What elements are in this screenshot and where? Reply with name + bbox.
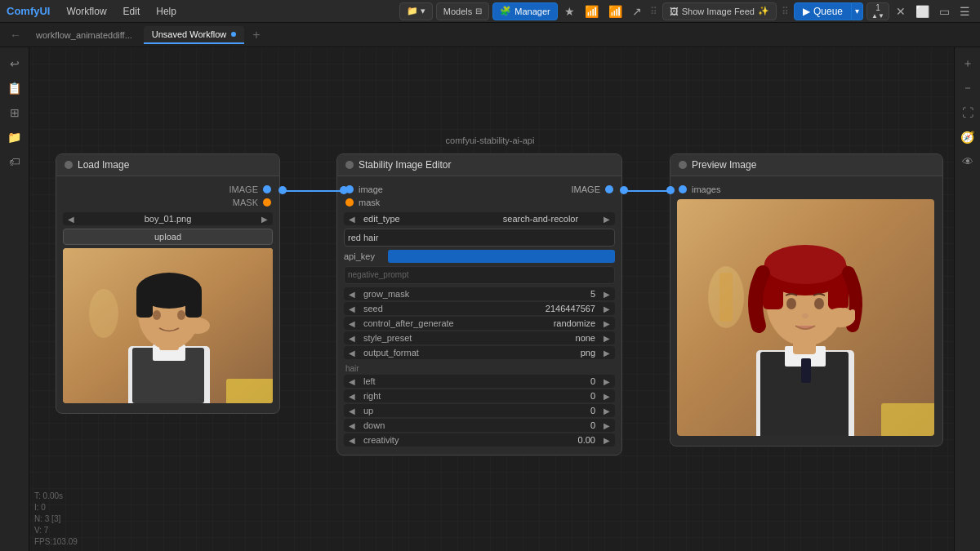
image-combo-prev[interactable]: ◀ (66, 215, 76, 224)
queue-button[interactable]: ▶ Queue (794, 2, 852, 20)
up-next[interactable]: ▶ (602, 407, 612, 415)
creativity-next[interactable]: ▶ (602, 436, 612, 445)
share-button[interactable]: ↗ (629, 3, 645, 20)
eye-icon[interactable]: 👁 (958, 152, 978, 171)
models-label: Models (443, 7, 472, 16)
sidebar-icon-clipboard[interactable]: 📋 (3, 77, 26, 100)
tab-bar: ← workflow_animateddiff... Unsaved Workf… (0, 23, 980, 47)
stability-header: Stability Image Editor (337, 154, 621, 176)
cag-next[interactable]: ▶ (602, 319, 612, 328)
left-value: 0 (550, 376, 599, 386)
sidebar-icon-tag[interactable]: 🏷 (3, 150, 26, 173)
up-prev[interactable]: ◀ (347, 407, 357, 415)
stab-output-port[interactable] (605, 185, 613, 193)
tab-add-button[interactable]: + (247, 26, 265, 44)
style-next[interactable]: ▶ (602, 334, 612, 343)
signal1-button[interactable]: 📶 (581, 3, 602, 20)
signal2-button[interactable]: 📶 (605, 3, 626, 20)
prompt-box[interactable]: red hair (344, 229, 615, 247)
sidebar-icon-history[interactable]: ↩ (3, 52, 26, 75)
canvas-area[interactable]: ↩ 📋 ⊞ 📁 🏷 comfyui-stability-ai-api Load … (0, 47, 980, 551)
grow-mask-prev[interactable]: ◀ (347, 290, 357, 299)
grow-mask-value: 5 (550, 289, 599, 299)
menu-edit[interactable]: Edit (117, 4, 147, 19)
connection-image-1 (283, 190, 346, 192)
image-combo-next[interactable]: ▶ (260, 215, 270, 224)
api-key-bar[interactable] (388, 250, 615, 263)
seed-prev[interactable]: ◀ (347, 304, 357, 313)
fit-screen-icon[interactable]: ⛶ (958, 103, 978, 122)
load-image-preview (63, 248, 273, 403)
seed-next[interactable]: ▶ (602, 304, 612, 313)
preview-output-image (677, 199, 934, 436)
right-label: right (360, 391, 546, 401)
minimize-window-button[interactable]: ▭ (936, 3, 953, 20)
conn-dot-preview-in (666, 186, 675, 194)
folder-button[interactable]: 📁 ▾ (399, 2, 433, 20)
control-after-generate-row: ◀ control_after_generate randomize ▶ (344, 317, 615, 330)
queue-label: Queue (813, 6, 843, 17)
tab-back-button[interactable]: ← (7, 27, 24, 43)
svg-rect-34 (850, 309, 855, 321)
tab-unsaved-workflow[interactable]: Unsaved Workflow (144, 26, 245, 44)
right-prev[interactable]: ◀ (347, 392, 357, 401)
edit-type-value: search-and-recolor (483, 214, 599, 224)
down-value: 0 (550, 420, 599, 430)
edit-type-prev[interactable]: ◀ (347, 215, 357, 224)
down-next[interactable]: ▶ (602, 421, 612, 430)
preview-dot (679, 161, 687, 169)
style-label: style_preset (360, 333, 546, 343)
left-next[interactable]: ▶ (602, 377, 612, 386)
edit-type-next[interactable]: ▶ (602, 215, 612, 224)
creativity-label: creativity (360, 435, 546, 445)
tab2-label: Unsaved Workflow (152, 29, 227, 39)
tab-workflow-animatediff[interactable]: workflow_animateddiff... (28, 27, 140, 43)
stability-body: image IMAGE mask ◀ edit_type search-and-… (337, 176, 621, 455)
stab-mask-port[interactable] (345, 198, 354, 207)
neg-prompt-box[interactable]: negative_prompt (344, 266, 615, 284)
preview-input-row: images (670, 183, 942, 196)
models-button[interactable]: Models ⊟ (436, 2, 489, 20)
fmt-next[interactable]: ▶ (602, 349, 612, 358)
zoom-out-icon[interactable]: － (958, 78, 978, 98)
up-label: up (360, 406, 546, 415)
upload-button[interactable]: upload (63, 229, 273, 245)
hair-section-label: hair (345, 364, 613, 373)
style-prev[interactable]: ◀ (347, 334, 357, 343)
show-image-feed-button[interactable]: 🖼 Show Image Feed ✨ (662, 2, 777, 20)
neg-prompt-label: negative_prompt (348, 270, 409, 279)
restore-window-button[interactable]: ⬜ (912, 3, 933, 20)
star-button[interactable]: ★ (561, 3, 578, 20)
manager-button[interactable]: 🧩 Manager (492, 2, 557, 20)
right-next[interactable]: ▶ (602, 392, 612, 401)
zoom-in-icon[interactable]: ＋ (958, 54, 978, 73)
sidebar-icon-grid[interactable]: ⊞ (3, 101, 26, 124)
sidebar-icon-folder[interactable]: 📁 (3, 126, 26, 149)
right-row: ◀ right 0 ▶ (344, 389, 615, 402)
queue-dropdown[interactable]: ▾ (852, 2, 863, 20)
style-preset-row: ◀ style_preset none ▶ (344, 331, 615, 344)
close-window-button[interactable]: ✕ (893, 3, 909, 20)
left-prev[interactable]: ◀ (347, 377, 357, 386)
cag-prev[interactable]: ◀ (347, 319, 357, 328)
seed-value: 2146447567 (546, 304, 599, 313)
load-image-mask-port[interactable] (263, 198, 271, 207)
conn-dot-stab-in (340, 186, 348, 194)
settings-button[interactable]: ☰ (956, 3, 973, 20)
status-i: I: 0 (34, 502, 78, 513)
menu-workflow[interactable]: Workflow (60, 4, 113, 19)
svg-point-30 (802, 313, 808, 318)
fmt-prev[interactable]: ◀ (347, 349, 357, 358)
load-image-output-port[interactable] (263, 185, 271, 193)
navigate-icon[interactable]: 🧭 (958, 127, 978, 147)
preview-input-port[interactable] (679, 185, 687, 193)
load-image-title: Load Image (78, 159, 129, 171)
creativity-prev[interactable]: ◀ (347, 436, 357, 445)
svg-point-12 (177, 310, 185, 320)
down-prev[interactable]: ◀ (347, 421, 357, 430)
grow-mask-next[interactable]: ▶ (602, 290, 612, 299)
status-t: T: 0.00s (34, 491, 78, 502)
style-value: none (550, 333, 599, 343)
menu-help[interactable]: Help (149, 4, 183, 19)
tab-unsaved-dot (231, 32, 236, 37)
